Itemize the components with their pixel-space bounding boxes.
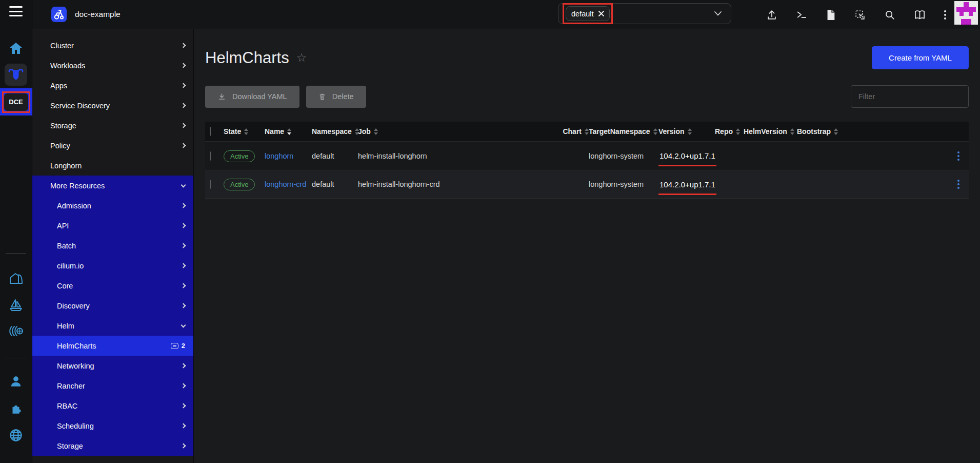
rail-divider — [6, 358, 26, 358]
chevron-right-icon — [181, 283, 186, 288]
sidebar-item-networking[interactable]: Networking — [32, 356, 193, 376]
sidebar-item-storage-sub[interactable]: Storage — [32, 436, 193, 456]
remove-chip-icon[interactable] — [598, 11, 604, 16]
hamburger-menu-icon[interactable] — [9, 6, 23, 16]
column-header-helm-version[interactable]: HelmVersion — [744, 127, 797, 136]
row-actions-kebab-icon[interactable] — [957, 180, 959, 189]
sidebar-item-helmcharts[interactable]: HelmCharts 2 — [32, 336, 193, 356]
chevron-right-icon — [181, 383, 186, 389]
home-icon[interactable] — [9, 42, 23, 54]
app-logo[interactable] — [51, 7, 67, 22]
sidebar-item-service-discovery[interactable]: Service Discovery — [32, 95, 193, 115]
name-link[interactable]: longhorn-crd — [265, 180, 306, 188]
namespace-filter-dropdown[interactable]: default — [558, 3, 731, 24]
row-actions-kebab-icon[interactable] — [957, 151, 959, 161]
sidebar-item-rancher[interactable]: Rancher — [32, 376, 193, 396]
globe-icon[interactable] — [9, 428, 23, 442]
cell-target-namespace: longhorn-system — [589, 180, 658, 188]
sidebar-item-cluster[interactable]: Cluster — [32, 35, 193, 55]
annotation-box-dce: DCE — [2, 91, 30, 113]
sidebar-item-api[interactable]: API — [32, 216, 193, 236]
name-link[interactable]: longhorn — [265, 152, 293, 160]
column-header-version[interactable]: Version — [658, 127, 715, 136]
sidebar-item-helm[interactable]: Helm — [32, 316, 193, 336]
table-row: Active longhorn default helm-install-lon… — [205, 141, 969, 170]
dce-active-highlight: DCE — [0, 88, 32, 115]
extensions-puzzle-icon[interactable] — [9, 401, 23, 415]
file-icon[interactable] — [826, 9, 836, 21]
cell-target-namespace: longhorn-system — [589, 152, 658, 160]
namespace-chip-label: default — [571, 10, 594, 18]
sidebar-item-rbac[interactable]: RBAC — [32, 396, 193, 416]
sidebar-item-scheduling[interactable]: Scheduling — [32, 416, 193, 436]
fleet-chevrons-icon[interactable] — [8, 325, 24, 337]
kebab-menu-icon[interactable] — [944, 10, 946, 20]
sidebar-item-longhorn[interactable]: Longhorn — [32, 156, 193, 176]
favorite-star-icon[interactable]: ☆ — [296, 52, 307, 64]
resource-count-icon — [171, 343, 178, 349]
status-badge: Active — [224, 179, 255, 190]
chevron-right-icon — [181, 223, 186, 228]
chevron-right-icon — [181, 83, 186, 88]
sidebar-item-discovery[interactable]: Discovery — [32, 296, 193, 316]
chevron-right-icon — [181, 143, 186, 148]
chevron-right-icon — [181, 263, 186, 268]
sidebar-item-admission[interactable]: Admission — [32, 196, 193, 216]
cell-namespace: default — [312, 180, 358, 188]
sidebar-item-core[interactable]: Core — [32, 276, 193, 296]
docs-book-icon[interactable] — [914, 10, 926, 20]
avatar[interactable] — [954, 1, 978, 25]
chevron-right-icon — [181, 363, 186, 369]
search-icon[interactable] — [884, 9, 895, 21]
sidebar-item-apps[interactable]: Apps — [32, 75, 193, 95]
download-yaml-button[interactable]: Download YAML — [205, 86, 299, 108]
cell-namespace: default — [312, 152, 358, 160]
row-checkbox[interactable] — [210, 180, 211, 189]
cell-job: helm-install-longhorn-crd — [358, 180, 440, 188]
dce-button[interactable]: DCE — [4, 93, 28, 111]
table-row: Active longhorn-crd default helm-install… — [205, 170, 969, 199]
column-header-name[interactable]: Name — [265, 127, 312, 136]
cluster-steer-button[interactable] — [5, 64, 27, 86]
sidebar-item-batch[interactable]: Batch — [32, 236, 193, 256]
sidebar-item-workloads[interactable]: Workloads — [32, 55, 193, 75]
column-header-chart[interactable]: Chart — [440, 127, 589, 136]
select-all-checkbox[interactable] — [210, 127, 211, 136]
tractor-icon — [53, 9, 65, 20]
import-yaml-icon[interactable] — [854, 9, 866, 21]
upload-icon[interactable] — [766, 9, 777, 21]
chevron-right-icon — [181, 203, 186, 208]
user-icon[interactable] — [9, 375, 23, 388]
trash-icon — [318, 92, 326, 101]
sidebar-item-cilium-io[interactable]: cilium.io — [32, 256, 193, 276]
sidebar-item-more-resources[interactable]: More Resources — [32, 176, 193, 196]
sidebar-item-policy[interactable]: Policy — [32, 136, 193, 156]
filter-input[interactable] — [851, 85, 969, 108]
chevron-right-icon — [181, 443, 186, 449]
resource-count: 2 — [182, 342, 185, 350]
column-header-namespace[interactable]: Namespace — [312, 127, 358, 136]
create-from-yaml-button[interactable]: Create from YAML — [872, 46, 969, 69]
column-header-bootstrap[interactable]: Bootstrap — [797, 127, 851, 136]
chevron-down-icon — [181, 182, 186, 187]
column-header-target-namespace[interactable]: TargetNamespace — [589, 127, 658, 136]
kubectl-shell-icon[interactable] — [796, 9, 807, 21]
app-window: DCE — [0, 0, 980, 463]
chevron-right-icon — [181, 243, 186, 248]
sailboat-icon[interactable] — [9, 298, 23, 313]
harvester-barn-icon[interactable] — [9, 272, 23, 285]
chevron-right-icon — [181, 63, 186, 68]
column-header-job[interactable]: Job — [358, 127, 440, 136]
namespace-chip[interactable]: default — [566, 6, 610, 21]
status-badge: Active — [224, 150, 255, 162]
delete-button[interactable]: Delete — [306, 86, 366, 108]
top-bar: doc-example default — [32, 0, 980, 29]
sidebar-item-storage[interactable]: Storage — [32, 115, 193, 136]
rail-divider — [6, 253, 26, 254]
column-header-repo[interactable]: Repo — [715, 127, 744, 136]
column-header-state[interactable]: State — [224, 127, 265, 136]
cell-version-annotated: 104.2.0+up1.7.1 — [658, 151, 716, 166]
row-checkbox[interactable] — [210, 151, 211, 161]
chevron-down-icon — [714, 11, 722, 16]
chevron-right-icon — [181, 303, 186, 308]
